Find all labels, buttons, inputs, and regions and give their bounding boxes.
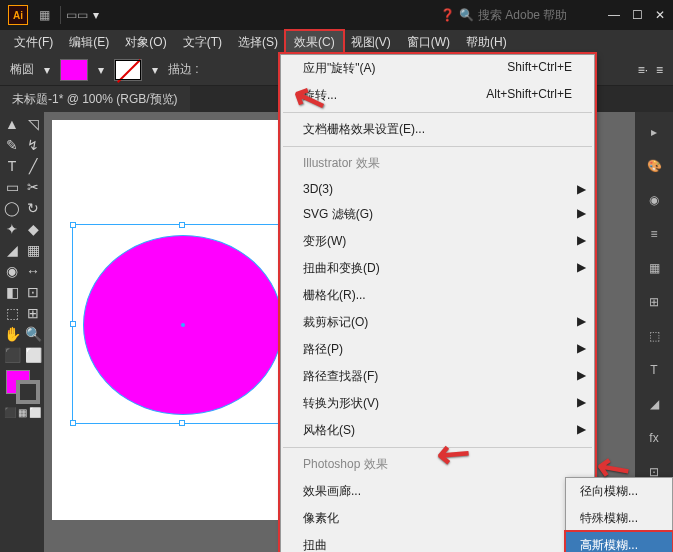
menu-item[interactable]: SVG 滤镜(G)▶ — [281, 201, 594, 228]
menu-header: Illustrator 效果 — [281, 150, 594, 177]
panel-icon-5[interactable]: ⊞ — [644, 292, 664, 312]
stroke-label: 描边 : — [168, 61, 199, 78]
tool-20[interactable]: ✋ — [2, 324, 22, 344]
menu-item[interactable]: 扭曲和变换(D)▶ — [281, 255, 594, 282]
stroke-swatch[interactable] — [114, 59, 142, 81]
fill-swatch[interactable] — [60, 59, 88, 81]
submenu-item[interactable]: 特殊模糊... — [566, 505, 672, 532]
tool-3[interactable]: ↯ — [23, 135, 43, 155]
panel-icon-6[interactable]: ⬚ — [644, 326, 664, 346]
menu-item[interactable]: 文档栅格效果设置(E)... — [281, 116, 594, 143]
artboard — [52, 120, 312, 520]
menu-item[interactable]: 栅格化(R)... — [281, 282, 594, 309]
arrange-icon[interactable]: ▭▭ — [69, 7, 85, 23]
blur-submenu: 径向模糊...特殊模糊...高斯模糊... — [565, 477, 673, 552]
app-logo: Ai — [8, 5, 28, 25]
tool-17[interactable]: ⊡ — [23, 282, 43, 302]
tool-19[interactable]: ⊞ — [23, 303, 43, 323]
menu-item[interactable]: 变形(W)▶ — [281, 228, 594, 255]
color-mode[interactable]: ⬜ — [29, 407, 41, 418]
align-icon[interactable]: ≡· — [638, 63, 648, 77]
tool-6[interactable]: ▭ — [2, 177, 22, 197]
arrange-dropdown[interactable]: ▾ — [93, 8, 99, 22]
tool-18[interactable]: ⬚ — [2, 303, 22, 323]
tool-7[interactable]: ✂ — [23, 177, 43, 197]
menu-选择[interactable]: 选择(S) — [230, 31, 286, 54]
tool-11[interactable]: ◆ — [23, 219, 43, 239]
panel-icon-4[interactable]: ▦ — [644, 258, 664, 278]
menu-视图[interactable]: 视图(V) — [343, 31, 399, 54]
minimize-button[interactable]: — — [608, 8, 620, 22]
menu-item[interactable]: 像素化▶ — [281, 505, 594, 532]
search-input[interactable] — [478, 8, 588, 22]
menu-文件[interactable]: 文件(F) — [6, 31, 61, 54]
tool-5[interactable]: ╱ — [23, 156, 43, 176]
bridge-icon[interactable]: ▦ — [36, 7, 52, 23]
menu-对象[interactable]: 对象(O) — [117, 31, 174, 54]
color-mode[interactable]: ⬛ — [4, 407, 16, 418]
tool-10[interactable]: ✦ — [2, 219, 22, 239]
menu-item[interactable]: 路径(P)▶ — [281, 336, 594, 363]
tool-13[interactable]: ▦ — [23, 240, 43, 260]
panel-icon-7[interactable]: T — [644, 360, 664, 380]
handle[interactable] — [179, 420, 185, 426]
menu-item[interactable]: 扭曲▶ — [281, 532, 594, 552]
tool-4[interactable]: T — [2, 156, 22, 176]
panel-icon-8[interactable]: ◢ — [644, 394, 664, 414]
tool-1[interactable]: ◹ — [23, 114, 43, 134]
tool-12[interactable]: ◢ — [2, 240, 22, 260]
toolbox: ▲◹✎↯T╱▭✂◯↻✦◆◢▦◉↔◧⊡⬚⊞✋🔍⬛⬜⬛▦⬜ — [0, 112, 44, 552]
close-button[interactable]: ✕ — [655, 8, 665, 22]
tool-14[interactable]: ◉ — [2, 261, 22, 281]
color-mode[interactable]: ▦ — [18, 407, 27, 418]
menu-帮助[interactable]: 帮助(H) — [458, 31, 515, 54]
tool-8[interactable]: ◯ — [2, 198, 22, 218]
handle[interactable] — [179, 222, 185, 228]
tool-9[interactable]: ↻ — [23, 198, 43, 218]
menu-item[interactable]: 裁剪标记(O)▶ — [281, 309, 594, 336]
menu-窗口[interactable]: 窗口(W) — [399, 31, 458, 54]
help-icon[interactable]: ❓ — [440, 8, 455, 22]
search-icon: 🔍 — [459, 8, 474, 22]
tool-16[interactable]: ◧ — [2, 282, 22, 302]
tool-23[interactable]: ⬜ — [23, 345, 43, 365]
fill-dropdown[interactable]: ▾ — [98, 63, 104, 77]
menu-item[interactable]: 效果画廊... — [281, 478, 594, 505]
handle[interactable] — [70, 222, 76, 228]
menu-item[interactable]: 风格化(S)▶ — [281, 417, 594, 444]
document-tab[interactable]: 未标题-1* @ 100% (RGB/预览) — [0, 86, 190, 112]
effects-menu: 应用"旋转"(A)Shift+Ctrl+E旋转...Alt+Shift+Ctrl… — [280, 54, 595, 552]
shape-label: 椭圆 — [10, 61, 34, 78]
stroke-dropdown[interactable]: ▾ — [152, 63, 158, 77]
shape-dropdown[interactable]: ▾ — [44, 63, 50, 77]
selection-bounds[interactable] — [72, 224, 292, 424]
panel-icon-9[interactable]: fx — [644, 428, 664, 448]
menu-item[interactable]: 应用"旋转"(A)Shift+Ctrl+E — [281, 55, 594, 82]
handle[interactable] — [70, 321, 76, 327]
tool-22[interactable]: ⬛ — [2, 345, 22, 365]
panel-icon-1[interactable]: 🎨 — [644, 156, 664, 176]
menu-文字[interactable]: 文字(T) — [175, 31, 230, 54]
maximize-button[interactable]: ☐ — [632, 8, 643, 22]
more-icon[interactable]: ≡ — [656, 63, 663, 77]
menu-效果[interactable]: 效果(C) — [286, 31, 343, 54]
tool-2[interactable]: ✎ — [2, 135, 22, 155]
submenu-item[interactable]: 高斯模糊... — [566, 532, 672, 552]
fill-stroke-control[interactable] — [2, 366, 43, 406]
panel-icon-0[interactable]: ▸ — [644, 122, 664, 142]
menu-item[interactable]: 转换为形状(V)▶ — [281, 390, 594, 417]
menu-item[interactable]: 路径查找器(F)▶ — [281, 363, 594, 390]
ellipse-shape[interactable] — [83, 235, 283, 415]
tool-15[interactable]: ↔ — [23, 261, 43, 281]
menubar: 文件(F)编辑(E)对象(O)文字(T)选择(S)效果(C)视图(V)窗口(W)… — [0, 30, 673, 54]
handle[interactable] — [70, 420, 76, 426]
tool-21[interactable]: 🔍 — [23, 324, 43, 344]
panel-icon-3[interactable]: ≡ — [644, 224, 664, 244]
menu-item[interactable]: 3D(3)▶ — [281, 177, 594, 201]
panel-icon-2[interactable]: ◉ — [644, 190, 664, 210]
tool-0[interactable]: ▲ — [2, 114, 22, 134]
menu-编辑[interactable]: 编辑(E) — [61, 31, 117, 54]
